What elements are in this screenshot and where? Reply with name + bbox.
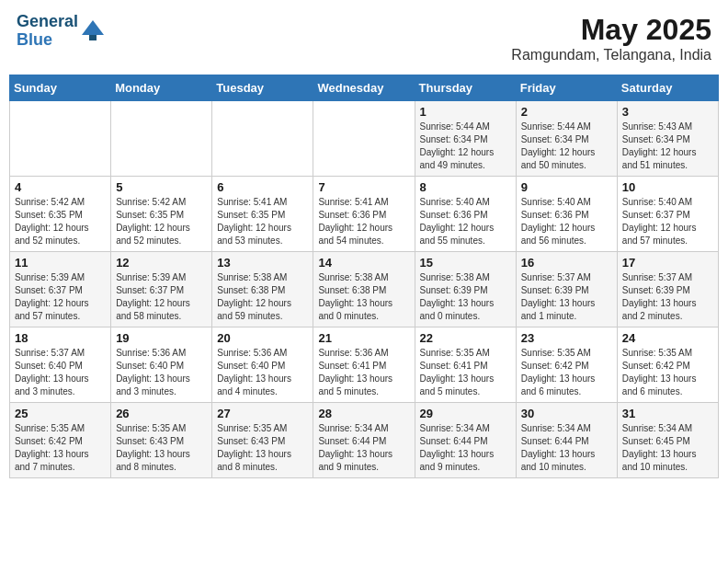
day-detail: Sunrise: 5:36 AM Sunset: 6:40 PM Dayligh… [217,347,308,398]
day-detail: Sunrise: 5:34 AM Sunset: 6:44 PM Dayligh… [318,422,409,474]
day-number: 9 [521,180,612,194]
day-number: 3 [622,105,713,119]
day-detail: Sunrise: 5:40 AM Sunset: 6:36 PM Dayligh… [521,196,612,247]
logo-icon [78,17,108,46]
day-number: 24 [622,331,713,345]
day-detail: Sunrise: 5:43 AM Sunset: 6:34 PM Dayligh… [622,121,713,172]
col-header-friday: Friday [516,75,617,101]
day-detail: Sunrise: 5:37 AM Sunset: 6:39 PM Dayligh… [622,271,713,323]
cell-1-6: 2Sunrise: 5:44 AM Sunset: 6:34 PM Daylig… [516,101,617,177]
col-header-tuesday: Tuesday [212,75,313,101]
day-detail: Sunrise: 5:34 AM Sunset: 6:44 PM Dayligh… [521,422,612,474]
day-detail: Sunrise: 5:34 AM Sunset: 6:45 PM Dayligh… [622,422,713,474]
cell-1-3 [212,101,313,177]
day-detail: Sunrise: 5:41 AM Sunset: 6:36 PM Dayligh… [318,196,409,247]
logo-line1: General [17,13,78,31]
main-title: May 2025 [511,13,711,47]
day-detail: Sunrise: 5:36 AM Sunset: 6:40 PM Dayligh… [116,347,207,398]
cell-2-1: 4Sunrise: 5:42 AM Sunset: 6:35 PM Daylig… [10,177,111,252]
cell-3-7: 17Sunrise: 5:37 AM Sunset: 6:39 PM Dayli… [617,252,718,327]
week-row-3: 11Sunrise: 5:39 AM Sunset: 6:37 PM Dayli… [10,252,719,327]
cell-4-6: 23Sunrise: 5:35 AM Sunset: 6:42 PM Dayli… [516,327,617,403]
day-number: 25 [15,407,106,420]
logo: General Blue [17,13,108,50]
day-detail: Sunrise: 5:38 AM Sunset: 6:38 PM Dayligh… [318,271,409,323]
day-detail: Sunrise: 5:39 AM Sunset: 6:37 PM Dayligh… [15,271,106,323]
day-number: 29 [420,407,511,420]
cell-3-3: 13Sunrise: 5:38 AM Sunset: 6:38 PM Dayli… [212,252,313,327]
day-number: 2 [521,105,612,119]
day-detail: Sunrise: 5:44 AM Sunset: 6:34 PM Dayligh… [420,121,511,172]
day-detail: Sunrise: 5:37 AM Sunset: 6:40 PM Dayligh… [15,347,106,398]
cell-5-6: 30Sunrise: 5:34 AM Sunset: 6:44 PM Dayli… [516,403,617,478]
header: General Blue May 2025 Ramgundam, Telanga… [9,9,719,67]
cell-1-4 [313,101,415,177]
cell-5-2: 26Sunrise: 5:35 AM Sunset: 6:43 PM Dayli… [111,403,212,478]
cell-4-5: 22Sunrise: 5:35 AM Sunset: 6:41 PM Dayli… [415,327,516,403]
day-detail: Sunrise: 5:42 AM Sunset: 6:35 PM Dayligh… [15,196,106,247]
svg-rect-1 [89,35,97,40]
day-number: 17 [622,256,713,270]
day-detail: Sunrise: 5:34 AM Sunset: 6:44 PM Dayligh… [420,422,511,474]
day-detail: Sunrise: 5:35 AM Sunset: 6:42 PM Dayligh… [521,347,612,398]
day-number: 4 [15,180,106,194]
cell-2-5: 8Sunrise: 5:40 AM Sunset: 6:36 PM Daylig… [415,177,516,252]
day-detail: Sunrise: 5:42 AM Sunset: 6:35 PM Dayligh… [116,196,207,247]
day-detail: Sunrise: 5:35 AM Sunset: 6:41 PM Dayligh… [420,347,511,398]
cell-5-3: 27Sunrise: 5:35 AM Sunset: 6:43 PM Dayli… [212,403,313,478]
calendar-table: SundayMondayTuesdayWednesdayThursdayFrid… [9,75,719,478]
cell-4-7: 24Sunrise: 5:35 AM Sunset: 6:42 PM Dayli… [617,327,718,403]
cell-2-4: 7Sunrise: 5:41 AM Sunset: 6:36 PM Daylig… [313,177,415,252]
day-number: 15 [420,256,511,270]
day-number: 23 [521,331,612,345]
week-row-4: 18Sunrise: 5:37 AM Sunset: 6:40 PM Dayli… [10,327,719,403]
day-detail: Sunrise: 5:44 AM Sunset: 6:34 PM Dayligh… [521,121,612,172]
cell-3-5: 15Sunrise: 5:38 AM Sunset: 6:39 PM Dayli… [415,252,516,327]
day-number: 30 [521,407,612,420]
day-number: 6 [217,180,308,194]
title-area: May 2025 Ramgundam, Telangana, India [511,13,711,63]
cell-2-7: 10Sunrise: 5:40 AM Sunset: 6:37 PM Dayli… [617,177,718,252]
cell-2-6: 9Sunrise: 5:40 AM Sunset: 6:36 PM Daylig… [516,177,617,252]
day-number: 28 [318,407,409,420]
week-row-5: 25Sunrise: 5:35 AM Sunset: 6:42 PM Dayli… [10,403,719,478]
cell-5-5: 29Sunrise: 5:34 AM Sunset: 6:44 PM Dayli… [415,403,516,478]
day-number: 20 [217,331,308,345]
day-number: 27 [217,407,308,420]
day-detail: Sunrise: 5:35 AM Sunset: 6:42 PM Dayligh… [622,347,713,398]
day-detail: Sunrise: 5:40 AM Sunset: 6:37 PM Dayligh… [622,196,713,247]
logo-line2: Blue [17,31,78,50]
day-number: 22 [420,331,511,345]
cell-4-4: 21Sunrise: 5:36 AM Sunset: 6:41 PM Dayli… [313,327,415,403]
day-detail: Sunrise: 5:40 AM Sunset: 6:36 PM Dayligh… [420,196,511,247]
week-row-2: 4Sunrise: 5:42 AM Sunset: 6:35 PM Daylig… [10,177,719,252]
day-number: 14 [318,256,409,270]
subtitle: Ramgundam, Telangana, India [511,47,711,63]
day-detail: Sunrise: 5:35 AM Sunset: 6:43 PM Dayligh… [217,422,308,474]
cell-4-2: 19Sunrise: 5:36 AM Sunset: 6:40 PM Dayli… [111,327,212,403]
day-detail: Sunrise: 5:38 AM Sunset: 6:39 PM Dayligh… [420,271,511,323]
cell-3-2: 12Sunrise: 5:39 AM Sunset: 6:37 PM Dayli… [111,252,212,327]
cell-1-5: 1Sunrise: 5:44 AM Sunset: 6:34 PM Daylig… [415,101,516,177]
cell-5-4: 28Sunrise: 5:34 AM Sunset: 6:44 PM Dayli… [313,403,415,478]
day-number: 13 [217,256,308,270]
cell-5-7: 31Sunrise: 5:34 AM Sunset: 6:45 PM Dayli… [617,403,718,478]
col-header-wednesday: Wednesday [313,75,415,101]
day-number: 10 [622,180,713,194]
day-number: 21 [318,331,409,345]
col-header-saturday: Saturday [617,75,718,101]
day-detail: Sunrise: 5:36 AM Sunset: 6:41 PM Dayligh… [318,347,409,398]
day-number: 12 [116,256,207,270]
day-detail: Sunrise: 5:41 AM Sunset: 6:35 PM Dayligh… [217,196,308,247]
day-number: 7 [318,180,409,194]
day-number: 19 [116,331,207,345]
day-number: 1 [420,105,511,119]
cell-5-1: 25Sunrise: 5:35 AM Sunset: 6:42 PM Dayli… [10,403,111,478]
day-number: 31 [622,407,713,420]
cell-2-2: 5Sunrise: 5:42 AM Sunset: 6:35 PM Daylig… [111,177,212,252]
day-number: 11 [15,256,106,270]
cell-3-6: 16Sunrise: 5:37 AM Sunset: 6:39 PM Dayli… [516,252,617,327]
cell-4-1: 18Sunrise: 5:37 AM Sunset: 6:40 PM Dayli… [10,327,111,403]
week-row-1: 1Sunrise: 5:44 AM Sunset: 6:34 PM Daylig… [10,101,719,177]
cell-3-4: 14Sunrise: 5:38 AM Sunset: 6:38 PM Dayli… [313,252,415,327]
